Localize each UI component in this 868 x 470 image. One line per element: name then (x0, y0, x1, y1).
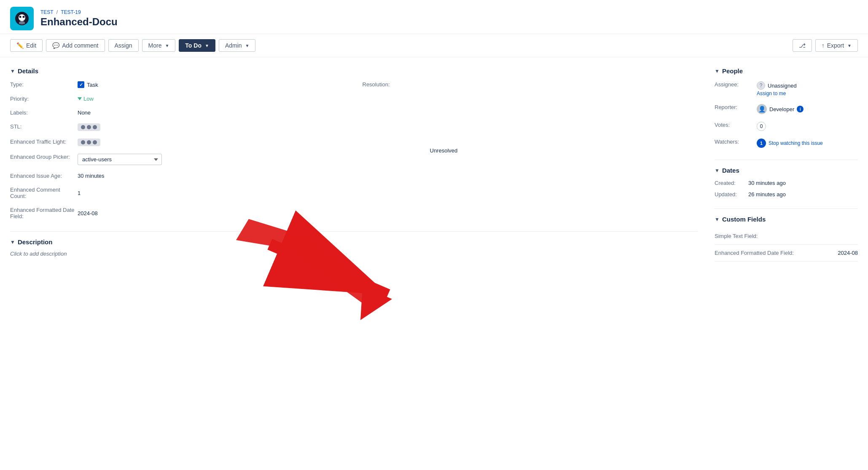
people-section-title: People (722, 67, 743, 75)
stl-label: STL: (10, 122, 78, 133)
eia-value: 30 minutes (78, 171, 346, 181)
cf-value-2: 2024-08 (838, 249, 858, 257)
description-placeholder[interactable]: Click to add description (10, 251, 698, 257)
priority-value: Low (78, 94, 346, 104)
toolbar: ✏️ Edit 💬 Add comment Assign More ▼ To D… (0, 34, 868, 57)
priority-arrow-icon (78, 97, 82, 100)
custom-fields-grid: Simple Text Field: Enhanced Formatted Da… (715, 228, 858, 262)
todo-chevron-icon: ▼ (205, 43, 209, 48)
admin-button[interactable]: Admin ▼ (219, 39, 256, 52)
efdf-label: Enhanced Formatted Date Field: (10, 205, 78, 221)
custom-fields-collapse-icon[interactable]: ▼ (715, 216, 720, 222)
people-header: ▼ People (715, 67, 858, 75)
edit-icon: ✏️ (16, 42, 24, 49)
project-link[interactable]: TEST (40, 9, 53, 15)
dates-section: ▼ Dates Created: 30 minutes ago Updated:… (715, 167, 858, 198)
assign-to-me-link[interactable]: Assign to me (757, 91, 858, 96)
description-header: ▼ Description (10, 238, 698, 246)
edit-label: Edit (26, 42, 36, 49)
ecc-label: Enhanced Comment Count: (10, 185, 78, 201)
etl-value (78, 137, 346, 148)
add-comment-label: Add comment (62, 42, 98, 49)
stl-dot-1 (81, 125, 85, 129)
efdf-value: 2024-08 (78, 205, 346, 221)
labels-text: None (78, 109, 91, 116)
created-label: Created: (715, 179, 748, 187)
votes-badge[interactable]: 0 (757, 122, 766, 131)
breadcrumb-separator: / (56, 9, 58, 15)
export-button[interactable]: ↑ Export ▼ (815, 39, 858, 52)
labels-label: Labels: (10, 108, 78, 118)
issue-id-link[interactable]: TEST-19 (61, 9, 81, 15)
page-header: TEST / TEST-19 Enhanced-Docu (0, 0, 868, 34)
description-collapse-icon[interactable]: ▼ (10, 239, 15, 245)
dates-header: ▼ Dates (715, 167, 858, 174)
custom-fields-section-title: Custom Fields (722, 216, 766, 223)
admin-chevron-icon: ▼ (245, 43, 250, 48)
group-picker-select[interactable]: active-users (78, 154, 162, 165)
svg-point-2 (19, 16, 21, 18)
ecc-value: 1 (78, 185, 346, 201)
cf-row-2: Enhanced Formatted Date Field: 2024-08 (715, 245, 858, 262)
add-comment-button[interactable]: 💬 Add comment (46, 39, 105, 52)
reporter-avatar: 👤 (757, 104, 767, 114)
egp-value[interactable]: active-users (78, 152, 346, 167)
content-area: ▼ Details Type: Task Priority: (0, 57, 868, 282)
issue-title: Enhanced-Docu (40, 16, 118, 28)
dates-collapse-icon[interactable]: ▼ (715, 168, 720, 174)
egp-label: Enhanced Group Picker: (10, 152, 78, 167)
stl-value (78, 122, 346, 133)
dates-grid: Created: 30 minutes ago Updated: 26 minu… (715, 179, 858, 198)
details-right-grid: Resolution: Unresolved (363, 80, 698, 221)
edit-button[interactable]: ✏️ Edit (10, 39, 43, 52)
assign-button[interactable]: Assign (108, 39, 139, 52)
watchers-count-badge: 1 (757, 139, 766, 148)
watchers-label: Watchers: (715, 137, 757, 147)
assignee-area: ? Unassigned Assign to me (757, 80, 858, 98)
stl-dot-3 (93, 125, 97, 129)
stl-dot-2 (87, 125, 91, 129)
divider-3 (715, 208, 858, 209)
svg-point-1 (19, 14, 25, 21)
details-section-title: Details (18, 67, 38, 75)
people-grid: Assignee: ? Unassigned Assign to me Repo… (715, 80, 858, 150)
details-grid-wrapper: Type: Task Priority: Low Labels: None (10, 80, 698, 221)
export-label: Export (827, 42, 844, 49)
details-collapse-icon[interactable]: ▼ (10, 68, 15, 74)
toolbar-right: ⎇ ↑ Export ▼ (793, 39, 858, 52)
cf-label-1: Simple Text Field: (715, 232, 758, 240)
reporter-value-text: Developer (769, 106, 794, 112)
etl-dot-1 (81, 140, 85, 144)
priority-label: Priority: (10, 94, 78, 104)
svg-rect-5 (19, 22, 20, 24)
main-column: ▼ Details Type: Task Priority: (10, 67, 715, 272)
share-icon: ⎇ (799, 42, 806, 49)
assignee-value-text: Unassigned (768, 83, 797, 89)
export-icon: ↑ (822, 42, 825, 49)
custom-fields-section: ▼ Custom Fields Simple Text Field: Enhan… (715, 216, 858, 262)
votes-label: Votes: (715, 120, 757, 130)
stop-watching-link[interactable]: Stop watching this issue (769, 140, 823, 146)
more-button[interactable]: More ▼ (142, 39, 176, 52)
unassigned-icon: ? (757, 81, 765, 90)
details-left-grid: Type: Task Priority: Low Labels: None (10, 80, 346, 221)
share-button[interactable]: ⎇ (793, 39, 812, 52)
reporter-info-icon[interactable]: i (797, 106, 804, 112)
divider-2 (715, 160, 858, 160)
type-value: Task (78, 80, 346, 90)
divider-1 (10, 231, 698, 232)
stl-dots-badge (78, 123, 100, 131)
todo-button[interactable]: To Do ▼ (179, 39, 215, 52)
unassigned-display: ? Unassigned (757, 81, 858, 90)
comment-icon: 💬 (52, 42, 59, 49)
votes-area: 0 (757, 120, 858, 133)
etl-dot-2 (87, 140, 91, 144)
custom-fields-header: ▼ Custom Fields (715, 216, 858, 223)
type-text: Task (87, 82, 98, 88)
svg-point-3 (23, 16, 25, 18)
cf-row-1: Simple Text Field: (715, 228, 858, 245)
updated-value: 26 minutes ago (748, 190, 858, 198)
people-collapse-icon[interactable]: ▼ (715, 68, 720, 74)
details-section: ▼ Details Type: Task Priority: (10, 67, 698, 221)
todo-label: To Do (185, 42, 202, 49)
